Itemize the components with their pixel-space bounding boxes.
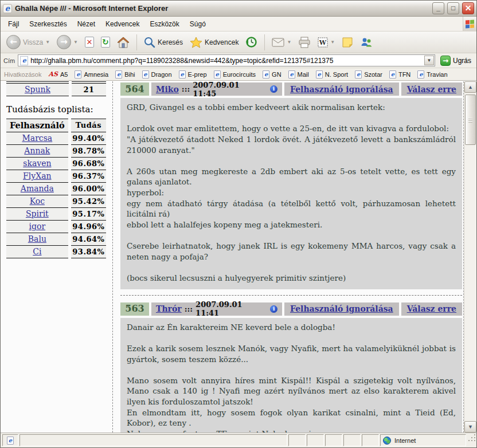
menu-view[interactable]: Nézet (72, 18, 100, 30)
scroll-up-icon[interactable]: ▲ (464, 81, 476, 93)
menu-tools[interactable]: Eszközök (144, 18, 184, 30)
search-icon (144, 37, 155, 48)
home-button[interactable] (115, 36, 132, 49)
table-row: Balu 94.64% (6, 233, 106, 246)
ignore-user-link[interactable]: Felhasználó ignorálása (290, 85, 393, 94)
forum-post-563: 563 Thrór ::: 2007.09.01 11:41 i Felhasz… (120, 302, 462, 433)
sidebar: Spunk 21 Tudásbázis toplista: Felhasznál… (1, 81, 113, 433)
back-dropdown-icon[interactable]: ▼ (45, 40, 50, 45)
user-link-spunk[interactable]: Spunk (25, 85, 50, 94)
favorites-button[interactable]: Kedvencek (187, 36, 241, 49)
link-travian[interactable]: eTravian (417, 70, 447, 78)
status-page-panel: e (2, 434, 18, 446)
forward-arrow-icon: → (57, 35, 71, 49)
menu-edit[interactable]: Szerkesztés (24, 18, 72, 30)
table-row: igor 94.96% (6, 221, 106, 233)
page-viewport: Spunk 21 Tudásbázis toplista: Felhasznál… (1, 81, 476, 433)
ie-page-icon: e (75, 70, 81, 78)
address-dropdown-icon[interactable]: ▼ (424, 56, 434, 65)
ie-page-icon: e (316, 70, 323, 78)
note-icon (342, 37, 353, 48)
links-bar-label: Hivatkozások (4, 71, 41, 78)
link-dragon[interactable]: eDragon (142, 70, 172, 78)
post-number: 563 (120, 302, 149, 316)
stop-icon: ✕ (85, 37, 94, 48)
knowledge-value: 93.84% (71, 246, 106, 258)
back-button[interactable]: ← Vissza ▼ (4, 34, 52, 50)
forum-post-564: 564 Miko ::: 2007.09.01 11:45 i Felhaszn… (120, 82, 462, 296)
ignore-user-link[interactable]: Felhasználó ignorálása (290, 304, 393, 313)
reply-link[interactable]: Válasz erre (407, 304, 456, 313)
link-bihi[interactable]: eBihi (115, 70, 135, 78)
go-button[interactable]: → Ugrás (438, 55, 474, 66)
menu-favorites[interactable]: Kedvencek (100, 18, 144, 30)
link-a5[interactable]: ASA5 (48, 70, 68, 78)
link-gn[interactable]: eGN (263, 70, 281, 78)
history-button[interactable] (243, 35, 260, 49)
table-row: Amanda 96.00% (6, 183, 106, 195)
refresh-button[interactable]: ↻ (99, 36, 112, 49)
post-meta: Miko ::: 2007.09.01 11:45 i (151, 82, 282, 96)
address-url[interactable]: http://ghalla.pbm.hu/comment.php?q=11890… (30, 57, 424, 65)
link-szotar[interactable]: eSzotar (355, 70, 382, 78)
link-amnesia[interactable]: eAmnesia (75, 70, 108, 78)
post-author-link[interactable]: Thrór (156, 304, 182, 313)
user-link[interactable]: Amanda (21, 184, 54, 193)
reply-cell: Válasz erre (401, 82, 462, 96)
info-icon[interactable]: i (270, 305, 277, 313)
user-link[interactable]: Spirit (26, 209, 49, 218)
stop-button[interactable]: ✕ (83, 36, 96, 49)
user-link[interactable]: Ci (33, 247, 41, 256)
resize-grip[interactable] (467, 434, 475, 446)
post-number: 564 (120, 82, 149, 96)
user-link[interactable]: igor (29, 222, 46, 231)
forward-dropdown-icon[interactable]: ▼ (73, 40, 78, 45)
edit-dropdown-icon[interactable]: ▼ (330, 40, 335, 45)
scroll-down-icon[interactable]: ▼ (464, 421, 476, 433)
post-datetime: 2007.09.01 11:41 (196, 300, 265, 317)
link-nsport[interactable]: eN. Sport (316, 70, 348, 78)
print-button[interactable] (296, 36, 313, 49)
user-link[interactable]: Balu (28, 234, 46, 243)
user-link[interactable]: Annak (24, 146, 50, 155)
table-row: Spunk 21 (6, 84, 106, 96)
edit-with-word-button[interactable]: W ▼ (315, 36, 337, 49)
maximize-button[interactable]: □ (447, 2, 459, 14)
ie-page-icon: e (263, 70, 269, 78)
user-link[interactable]: skaven (23, 159, 51, 168)
vertical-scrollbar[interactable]: ▲ ▼ (464, 81, 476, 433)
forward-button[interactable]: → ▼ (54, 34, 80, 50)
knowledge-value: 99.40% (71, 132, 106, 145)
link-eprep[interactable]: eE-prep (179, 70, 207, 78)
user-link[interactable]: Koc (30, 197, 45, 206)
link-mail[interactable]: eMail (288, 70, 309, 78)
word-edit-icon: W (318, 37, 328, 48)
reply-link[interactable]: Válasz erre (407, 85, 456, 94)
messenger-icon (360, 37, 373, 48)
minimize-button[interactable]: _ (432, 2, 444, 14)
mail-dropdown-icon[interactable]: ▼ (287, 40, 291, 45)
menu-help[interactable]: Súgó (185, 18, 211, 30)
user-link[interactable]: FlyXan (23, 171, 51, 180)
svg-text:W: W (319, 39, 327, 46)
user-link[interactable]: Marcsa (22, 133, 52, 143)
discuss-button[interactable] (339, 36, 355, 49)
scrollbar-track[interactable] (464, 93, 476, 421)
table-row: Annak 98.78% (6, 145, 106, 158)
menu-file[interactable]: Fájl (3, 18, 24, 30)
table-row: skaven 96.68% (6, 158, 106, 170)
link-eurocircuits[interactable]: eEurocircuits (214, 70, 256, 78)
title-bar[interactable]: e Ghalla Népe /// - Microsoft Internet E… (1, 1, 476, 17)
post-author-link[interactable]: Miko (156, 85, 179, 94)
post-meta-separator: ::: (182, 85, 190, 93)
address-input[interactable]: e http://ghalla.pbm.hu/comment.php?q=118… (18, 54, 435, 66)
table-row: Koc 95.42% (6, 195, 106, 208)
mail-button[interactable]: ▼ (269, 37, 294, 48)
messenger-button[interactable] (358, 36, 375, 49)
info-icon[interactable]: i (270, 85, 277, 93)
search-button[interactable]: Keresés (142, 36, 185, 49)
toplist-table: Felhasználó Tudás Marcsa 99.40% Annak 98… (3, 119, 109, 258)
close-button[interactable]: ✕ (462, 2, 474, 14)
scrollbar-thumb[interactable] (465, 95, 476, 145)
link-tfn[interactable]: eTFN (389, 70, 410, 78)
